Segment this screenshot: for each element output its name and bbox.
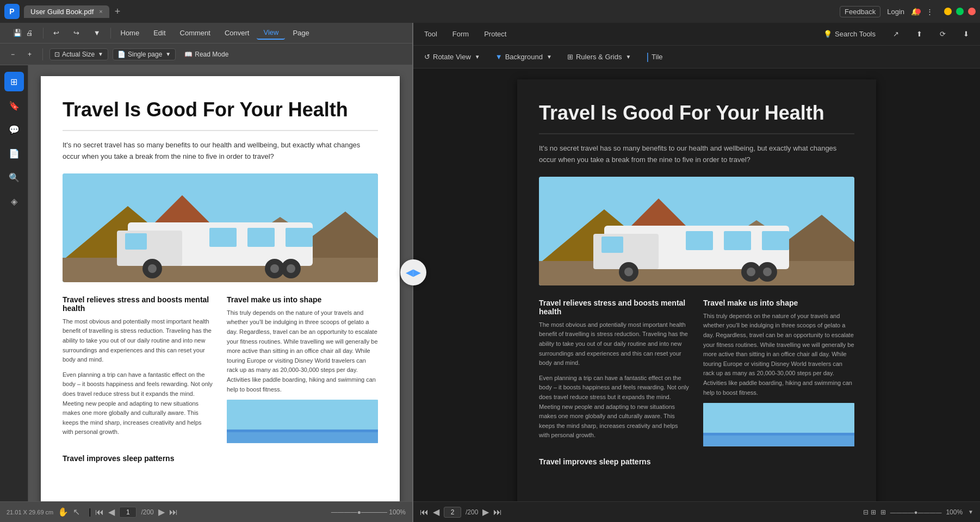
two-col-right: Travel relieves stress and boosts mental…	[539, 299, 854, 446]
menu-bar: 💾 🖨 ↩ ↪ ▼ Home Edit Comment Convert View…	[0, 23, 412, 44]
hand-tool-btn[interactable]: ✋	[58, 507, 69, 517]
select-tool-btn[interactable]: ↖	[73, 507, 80, 517]
menu-item-edit[interactable]: Edit	[147, 27, 172, 39]
page-next-btn-right[interactable]: ▶	[482, 507, 489, 517]
pdf-scroll-right[interactable]: Travel Is Good For Your Health It's no s…	[413, 69, 980, 501]
zoom-in-btn[interactable]: +	[23, 48, 36, 60]
sidebar-comments-btn[interactable]: 💬	[4, 120, 24, 139]
zoom-grid-right[interactable]: ⊞	[880, 508, 886, 516]
zoom-out-btn[interactable]: −	[7, 48, 19, 60]
single-page-chevron: ▼	[165, 51, 171, 57]
stress-body1-right: The most obvious and potentially most im…	[539, 320, 690, 368]
login-button[interactable]: Login	[887, 8, 904, 16]
rt-search-tools-btn[interactable]: 💡 Search Tools	[819, 28, 880, 40]
stress-body2-right: Even planning a trip can have a fantasti…	[539, 374, 690, 440]
zoom-slider-left[interactable]: ————●————	[331, 508, 387, 516]
page-next-btn-left[interactable]: ▶	[158, 507, 165, 517]
rt-sync-btn[interactable]: ⟳	[935, 28, 950, 40]
bottom-panels: 💾 🖨 ↩ ↪ ▼ Home Edit Comment Convert View…	[0, 23, 980, 522]
rt-download-btn[interactable]: ⬇	[959, 28, 973, 40]
pdf-scroll-left[interactable]: Travel Is Good For Your Health It's no s…	[28, 65, 412, 501]
page-last-btn-right[interactable]: ⏭	[493, 507, 502, 517]
pdf-subtitle-left: It's no secret travel has so many benefi…	[63, 140, 378, 163]
pdf-image-right	[539, 177, 854, 285]
feedback-button[interactable]: Feedback	[840, 6, 880, 17]
page-first-btn-right[interactable]: ⏮	[420, 507, 429, 517]
sidebar-search-btn[interactable]: 🔍	[4, 167, 24, 187]
pdf-image-left	[63, 173, 378, 282]
menu-item-view[interactable]: View	[257, 26, 285, 40]
sidebar-layers-btn[interactable]: ◈	[4, 191, 24, 211]
pdf-tab[interactable]: User Guild Book.pdf ×	[24, 5, 109, 18]
divider-right	[539, 133, 854, 134]
actual-size-select[interactable]: ⊡ Actual Size ▼	[49, 48, 108, 60]
sidebar-thumbnails-btn[interactable]: ⊞	[4, 72, 24, 91]
rulers-grids-btn[interactable]: ⊞ Rulers & Grids ▼	[563, 51, 635, 63]
page-last-btn-left[interactable]: ⏭	[169, 507, 178, 517]
sidebar-pages-btn[interactable]: 📄	[4, 144, 24, 163]
zoom-label-left: ————●———— 100%	[331, 508, 406, 516]
menu-item-comment[interactable]: Comment	[173, 27, 217, 39]
shape-heading-left: Travel make us into shape	[227, 295, 378, 304]
menu-undo-btn[interactable]: ↩	[47, 27, 66, 39]
left-column: 💾 🖨 ↩ ↪ ▼ Home Edit Comment Convert View…	[0, 23, 413, 522]
zoom-chevron-right: ▼	[968, 509, 973, 515]
read-mode-btn[interactable]: 📖 Read Mode	[180, 48, 233, 60]
stress-body1-left: The most obvious and potentially most im…	[63, 317, 214, 365]
menu-redo-btn[interactable]: ↪	[67, 27, 86, 39]
rotate-label: Rotate View	[433, 53, 471, 61]
menu-item-convert[interactable]: Convert	[218, 27, 256, 39]
sleep-heading-left: Travel improves sleep patterns	[63, 454, 378, 463]
divider-left	[63, 130, 378, 131]
col-shape-left: Travel make us into shape This truly dep…	[227, 295, 378, 443]
sidebar-bookmarks-btn[interactable]: 🔖	[4, 96, 24, 115]
split-handle[interactable]: ◀▶	[400, 259, 426, 285]
sleep-heading-right: Travel improves sleep patterns	[539, 457, 854, 466]
svg-rect-20	[227, 432, 378, 443]
rt-upload-btn[interactable]: ⬆	[912, 28, 927, 40]
rotate-view-btn[interactable]: ↺ Rotate View ▼	[420, 51, 485, 63]
tile-btn[interactable]: | Tile	[642, 49, 667, 65]
rulers-icon: ⊞	[567, 53, 573, 61]
svg-rect-31	[762, 231, 789, 250]
add-tab-button[interactable]: +	[111, 6, 124, 17]
background-btn[interactable]: ▼ Background ▼	[491, 51, 556, 63]
menu-item-page[interactable]: Page	[286, 27, 315, 39]
zoom-icons-right: ⊟ ⊞	[863, 508, 876, 516]
menu-item-file[interactable]: 💾 🖨	[7, 27, 40, 39]
svg-rect-41	[703, 436, 854, 446]
menu-item-home[interactable]: Home	[114, 27, 146, 39]
rt-share-btn[interactable]: ↗	[889, 28, 903, 40]
actual-size-icon: ⊡	[54, 51, 60, 58]
toolbar: − + ⊡ Actual Size ▼ 📄 Single page ▼ 📖 Re…	[0, 44, 412, 65]
right-zoom-area: ⊟ ⊞ ⊞ ————●———— 100% ▼	[863, 508, 973, 516]
rt-protect-label: Protect	[484, 30, 506, 38]
menu-separator-1	[43, 28, 44, 39]
page-number-input-right[interactable]	[444, 507, 461, 518]
page-prev-btn-right[interactable]: ◀	[433, 507, 439, 517]
page-first-btn-left[interactable]: ⏮	[95, 507, 104, 517]
close-button[interactable]	[968, 8, 976, 15]
page-prev-btn-left[interactable]: ◀	[108, 507, 115, 517]
svg-rect-9	[247, 228, 275, 247]
rt-protect-btn[interactable]: Protect	[480, 28, 511, 40]
rt-form-btn[interactable]: Form	[448, 28, 473, 40]
pdf-title-right: Travel Is Good For Your Health	[539, 101, 854, 125]
tab-area: User Guild Book.pdf × +	[24, 5, 123, 18]
maximize-button[interactable]	[956, 8, 964, 15]
menu-dropdown-btn[interactable]: ▼	[87, 27, 107, 39]
rulers-label: Rulers & Grids	[576, 53, 622, 61]
stress-heading-right: Travel relieves stress and boosts mental…	[539, 299, 690, 316]
minimize-button[interactable]	[944, 8, 952, 15]
page-number-input-left[interactable]	[119, 507, 137, 518]
title-bar-right: Feedback Login 🔔 ⋮	[840, 6, 976, 17]
shape-body-right: This truly depends on the nature of your…	[703, 312, 854, 397]
zoom-slider-right[interactable]: ————●————	[890, 509, 942, 515]
split-handle-arrows: ◀▶	[406, 266, 421, 278]
tab-close-button[interactable]: ×	[99, 8, 102, 15]
rt-tool-btn[interactable]: Tool	[420, 28, 442, 40]
app-icon-letter: P	[9, 7, 14, 16]
single-page-select[interactable]: 📄 Single page ▼	[113, 48, 176, 60]
more-options-icon[interactable]: ⋮	[926, 8, 933, 16]
right-column: Tool Form Protect 💡 Search Tools ↗ ⬆ ⟳	[413, 23, 980, 522]
